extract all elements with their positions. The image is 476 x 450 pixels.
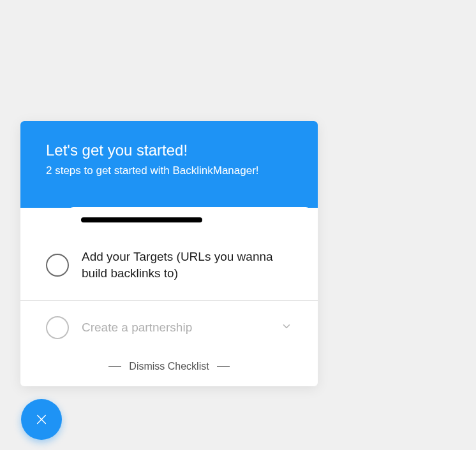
dismiss-checklist-button[interactable]: Dismiss Checklist (20, 354, 318, 386)
checklist-item-label: Create a partnership (82, 319, 268, 336)
dismiss-label: Dismiss Checklist (129, 361, 209, 372)
close-icon (34, 412, 48, 426)
checklist-item-label: Add your Targets (URLs you wanna build b… (82, 249, 292, 281)
checklist-title: Let's get you started! (46, 142, 292, 159)
chevron-down-icon (281, 321, 292, 335)
dash-icon (108, 366, 121, 367)
tooltip-placeholder-bar (81, 217, 202, 222)
checklist-item-add-targets[interactable]: Add your Targets (URLs you wanna build b… (20, 224, 318, 301)
radio-unchecked-icon (46, 316, 69, 339)
checklist-header: Let's get you started! 2 steps to get st… (20, 121, 318, 208)
checklist-card: Let's get you started! 2 steps to get st… (20, 121, 318, 386)
checklist-subtitle: 2 steps to get started with BacklinkMana… (46, 164, 292, 177)
close-fab-button[interactable] (21, 399, 62, 440)
checklist-item-create-partnership[interactable]: Create a partnership (20, 301, 318, 354)
tooltip-bubble (68, 207, 311, 233)
radio-unchecked-icon (46, 254, 69, 277)
dash-icon (217, 366, 230, 367)
